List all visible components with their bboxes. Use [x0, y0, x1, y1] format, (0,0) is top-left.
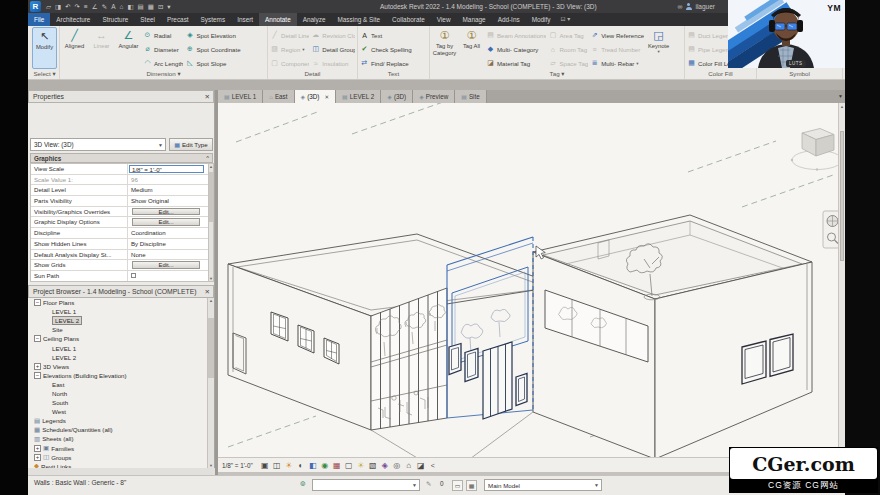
tree-item-legends[interactable]: ▤Legends: [28, 416, 207, 425]
property-value[interactable]: Edit...: [127, 217, 212, 227]
property-value[interactable]: [127, 271, 212, 281]
property-value[interactable]: Edit...: [127, 260, 212, 270]
expand-icon[interactable]: +: [34, 445, 41, 452]
tree-item-east[interactable]: East: [28, 380, 207, 389]
view-tab-preview[interactable]: ◈Preview: [413, 90, 455, 103]
ribbon-tab-modify[interactable]: Modify: [526, 13, 557, 26]
tree-item-ceiling-plans[interactable]: −Ceiling Plans: [28, 334, 207, 343]
ribbon-tab-architecture[interactable]: Architecture: [50, 13, 96, 26]
qat-icon[interactable]: ⊡: [158, 0, 163, 13]
ribbon-panel-label-tag[interactable]: Tag ▾: [430, 69, 684, 79]
view-control-icon[interactable]: ◧: [307, 459, 319, 472]
properties-scrollbar[interactable]: ▲▼: [208, 163, 214, 282]
collapse-icon[interactable]: −: [34, 299, 41, 306]
close-icon[interactable]: ✕: [324, 94, 329, 100]
ribbon-tab-systems[interactable]: Systems: [195, 13, 232, 26]
hscroll-left-icon[interactable]: <: [431, 462, 435, 469]
view-control-icon[interactable]: ◎: [391, 459, 403, 472]
ribbon-panel-label-symbol[interactable]: Symbol: [757, 69, 842, 79]
collapse-icon[interactable]: −: [34, 335, 41, 342]
ribbon-button-modify[interactable]: ↖Modify: [32, 27, 57, 69]
editable-filter-icon[interactable]: ▭: [452, 480, 463, 491]
close-icon[interactable]: ✕: [205, 286, 210, 298]
ribbon-tab-view[interactable]: View: [431, 13, 457, 26]
tree-item-level-2[interactable]: LEVEL 2: [28, 316, 207, 325]
ribbon-button-room-tag[interactable]: ⌂Room Tag: [548, 43, 588, 55]
view-tab-level-2[interactable]: ▤LEVEL 2: [336, 90, 381, 103]
ribbon-button-linear[interactable]: ↔Linear: [89, 27, 114, 69]
revit-logo-icon[interactable]: R: [30, 1, 41, 12]
ribbon-panel-label-text[interactable]: Text: [358, 69, 429, 79]
ribbon-tab-analyze[interactable]: Analyze: [297, 13, 332, 26]
ribbon-button-region[interactable]: ▨Region▾: [270, 43, 309, 55]
view-control-icon[interactable]: ☀: [355, 459, 367, 472]
ribbon-tab-add-ins[interactable]: Add-Ins: [492, 13, 526, 26]
username[interactable]: ilaguer: [695, 3, 715, 10]
view-tab-level-1[interactable]: ▤LEVEL 1: [218, 90, 263, 103]
tree-item-south[interactable]: South: [28, 398, 207, 407]
ribbon-panel-label-color-fill[interactable]: Color Fill: [685, 69, 756, 79]
property-value[interactable]: Coordination: [127, 228, 212, 238]
property-value[interactable]: By Discipline: [127, 239, 212, 249]
ribbon-button-beam-annotations[interactable]: ▤Beam Annotations: [486, 29, 546, 41]
ribbon-tab-collaborate[interactable]: Collaborate: [386, 13, 431, 26]
tree-item-3d-views[interactable]: +3D Views: [28, 362, 207, 371]
workset-dropdown[interactable]: ▼: [312, 479, 420, 491]
view-control-icon[interactable]: ◉: [319, 459, 331, 472]
qat-icon[interactable]: ↷: [75, 0, 80, 13]
ribbon-options-icon[interactable]: ⊡ ▾: [560, 13, 570, 26]
property-value[interactable]: None: [127, 250, 212, 260]
ribbon-button-detail-group[interactable]: ◫Detail Group▾: [311, 43, 355, 55]
tree-item-floor-plans[interactable]: −Floor Plans: [28, 298, 207, 307]
property-value-box[interactable]: 1/8" = 1'-0": [129, 165, 204, 174]
ribbon-tab-precast[interactable]: Precast: [161, 13, 195, 26]
tree-item-families[interactable]: +▣Families: [28, 444, 207, 453]
pencil-icon[interactable]: ✎: [426, 480, 431, 488]
ribbon-button-component[interactable]: ▢Component▾: [270, 57, 309, 69]
collapse-icon[interactable]: −: [34, 372, 41, 379]
view-tab-east[interactable]: ⌂East: [263, 90, 294, 103]
view-control-icon[interactable]: ◫: [271, 459, 283, 472]
qat-icon[interactable]: ∠: [92, 0, 98, 13]
view-tab-3d[interactable]: ◈(3D): [381, 90, 413, 103]
property-value[interactable]: Edit...: [127, 207, 212, 217]
tree-item-level-1[interactable]: LEVEL 1: [28, 307, 207, 316]
worksets-filter-icon[interactable]: ▦: [466, 480, 477, 491]
view-control-icon[interactable]: ▦: [331, 459, 343, 472]
project-browser-header[interactable]: Project Browser - 1.4 Modeling - School …: [28, 285, 214, 298]
expand-icon[interactable]: +: [34, 363, 41, 370]
ribbon-tab-structure[interactable]: Structure: [96, 13, 134, 26]
ribbon-button-multi-category[interactable]: ◆Multi- Category: [486, 43, 546, 55]
ribbon-tab-file[interactable]: File: [28, 13, 50, 26]
ribbon-button-text[interactable]: AText: [360, 29, 412, 41]
qat-icon[interactable]: ▦: [148, 0, 154, 13]
ribbon-button-insulation[interactable]: ≈Insulation: [311, 57, 355, 69]
ribbon-button-area-tag[interactable]: ▢Area Tag: [548, 29, 588, 41]
user-icon[interactable]: [685, 3, 692, 10]
view-control-icon[interactable]: ◪: [415, 459, 427, 472]
selected-doors[interactable]: [449, 342, 527, 419]
tree-item-west[interactable]: West: [28, 407, 207, 416]
qat-icon[interactable]: ◨: [55, 0, 61, 13]
view-control-icon[interactable]: ◈: [379, 459, 391, 472]
ribbon-button-check-spelling[interactable]: ✔Check Spelling: [360, 43, 412, 55]
ribbon-tab-steel[interactable]: Steel: [134, 13, 161, 26]
qat-icon[interactable]: ✎: [102, 0, 107, 13]
ribbon-panel-label-dimension[interactable]: Dimension ▾: [60, 69, 267, 79]
ribbon-button-tread-number[interactable]: ≡Tread Number: [590, 43, 644, 55]
collapse-icon[interactable]: ^: [206, 154, 209, 163]
ribbon-button-revision-cloud[interactable]: ☁Revision Cloud: [311, 29, 355, 41]
ribbon-panel-label-detail[interactable]: Detail: [268, 69, 357, 79]
tree-item-groups[interactable]: +◫Groups: [28, 453, 207, 462]
qat-icon[interactable]: ⌂: [119, 0, 123, 13]
property-value[interactable]: 1/8" = 1'-0": [127, 164, 212, 174]
type-selector[interactable]: 3D View: (3D) ▼: [30, 138, 166, 151]
properties-header[interactable]: Properties ✕: [28, 90, 214, 103]
drawing-area[interactable]: [218, 103, 845, 457]
qat-icon[interactable]: ▤: [138, 0, 144, 13]
browser-scrollbar[interactable]: ▲▼: [207, 298, 214, 468]
ribbon-tab-massing-site[interactable]: Massing & Site: [331, 13, 386, 26]
ribbon-button-spot-coordinate[interactable]: ⊕Spot Coordinate: [185, 43, 240, 55]
ribbon-button-view-reference[interactable]: ⇗View Reference: [590, 29, 644, 41]
edit-type-button[interactable]: ▦ Edit Type: [169, 138, 213, 151]
